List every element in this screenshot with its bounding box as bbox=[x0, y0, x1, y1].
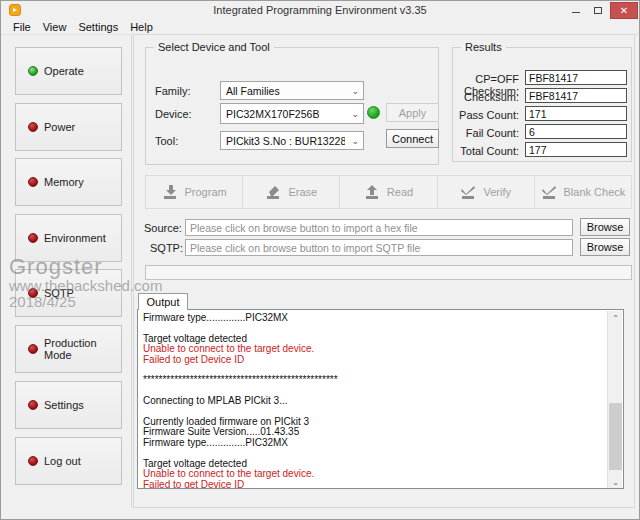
sqtp-input[interactable] bbox=[185, 239, 573, 256]
minimize-button[interactable] bbox=[567, 1, 585, 19]
connect-button-label: Connect bbox=[392, 133, 433, 145]
checksum-value: FBF81417 bbox=[525, 88, 627, 103]
connect-button[interactable]: Connect bbox=[386, 129, 439, 148]
sidebar-label: Environment bbox=[44, 232, 106, 244]
app-window: Integrated Programming Environment v3.35… bbox=[0, 0, 640, 520]
output-tab-label: Output bbox=[146, 296, 179, 308]
menu-view[interactable]: View bbox=[37, 21, 73, 33]
output-line-error: Failed to get Device ID bbox=[143, 355, 605, 365]
family-select[interactable]: All Families ⌄ bbox=[220, 81, 364, 100]
scroll-down-icon[interactable]: ⌄ bbox=[608, 475, 623, 489]
sidebar-label: Production Mode bbox=[44, 337, 121, 361]
maximize-icon bbox=[594, 7, 602, 14]
production-mode-led-icon bbox=[28, 344, 38, 354]
total-count-value: 177 bbox=[525, 142, 627, 157]
menu-help[interactable]: Help bbox=[124, 21, 159, 33]
settings-led-icon bbox=[28, 400, 38, 410]
power-led-icon bbox=[28, 122, 38, 132]
chevron-down-icon: ⌄ bbox=[351, 136, 359, 146]
family-value: All Families bbox=[226, 85, 280, 97]
sidebar-label: Memory bbox=[44, 176, 84, 188]
apply-button[interactable]: Apply bbox=[386, 103, 439, 122]
blank-check-label: Blank Check bbox=[564, 186, 626, 198]
verify-button[interactable]: Verify bbox=[438, 176, 535, 208]
total-count-label: Total Count: bbox=[460, 145, 519, 157]
tool-label: Tool: bbox=[155, 135, 178, 147]
tool-select[interactable]: PICkit3 S.No : BUR132284452 ⌄ bbox=[220, 131, 364, 150]
output-line: Firmware type..............PIC32MX bbox=[143, 438, 605, 448]
operate-led-icon bbox=[28, 66, 38, 76]
maximize-button[interactable] bbox=[589, 1, 607, 19]
output-scrollbar[interactable]: ⌃ ⌄ bbox=[607, 311, 622, 489]
apply-button-label: Apply bbox=[399, 107, 427, 119]
source-browse-button[interactable]: Browse bbox=[580, 218, 630, 236]
title-bar: Integrated Programming Environment v3.35… bbox=[1, 1, 639, 20]
browse-label: Browse bbox=[587, 221, 624, 233]
output-line-error: Failed to get Device ID bbox=[143, 480, 605, 490]
read-icon bbox=[364, 185, 380, 199]
sidebar-item-log-out[interactable]: Log out bbox=[15, 437, 122, 485]
output-line-error: Unable to connect to the target device. bbox=[143, 469, 605, 479]
verify-label: Verify bbox=[483, 186, 511, 198]
output-console[interactable]: Firmware type..............PIC32MX Targe… bbox=[137, 309, 624, 489]
sqtp-led-icon bbox=[28, 288, 38, 298]
sidebar-item-sqtp[interactable]: SQTP bbox=[15, 269, 122, 317]
menu-bar: File View Settings Help bbox=[1, 20, 639, 35]
chevron-down-icon: ⌄ bbox=[351, 86, 359, 96]
sidebar-item-environment[interactable]: Environment bbox=[15, 214, 122, 262]
checksum-label: Checksum: bbox=[464, 91, 519, 103]
blank-check-icon bbox=[541, 185, 557, 199]
output-line: Firmware type..............PIC32MX bbox=[143, 313, 605, 323]
output-line: Connecting to MPLAB PICkit 3... bbox=[143, 396, 605, 406]
close-button[interactable]: ✕ bbox=[610, 2, 638, 19]
chevron-down-icon: ⌄ bbox=[351, 109, 359, 119]
verify-icon bbox=[460, 185, 476, 199]
close-icon: ✕ bbox=[620, 6, 628, 16]
results-group: Results CP=OFF Checksum: FBF81417 Checks… bbox=[452, 47, 632, 162]
program-label: Program bbox=[185, 186, 227, 198]
blank-check-button[interactable]: Blank Check bbox=[535, 176, 631, 208]
window-title: Integrated Programming Environment v3.35 bbox=[1, 4, 639, 16]
program-icon bbox=[162, 185, 178, 199]
read-button[interactable]: Read bbox=[340, 176, 437, 208]
sidebar-divider bbox=[131, 35, 132, 508]
menu-file[interactable]: File bbox=[7, 21, 37, 33]
sidebar-item-settings[interactable]: Settings bbox=[15, 381, 122, 429]
minimize-icon bbox=[572, 12, 580, 13]
source-label: Source: bbox=[144, 222, 182, 234]
erase-icon bbox=[265, 185, 281, 199]
menu-settings[interactable]: Settings bbox=[72, 21, 124, 33]
sqtp-browse-button[interactable]: Browse bbox=[580, 238, 630, 256]
results-group-label: Results bbox=[461, 41, 506, 53]
pass-count-value: 171 bbox=[525, 106, 627, 121]
sidebar-item-power[interactable]: Power bbox=[15, 103, 122, 151]
fail-count-label: Fail Count: bbox=[466, 127, 519, 139]
sidebar-label: SQTP bbox=[44, 287, 74, 299]
sidebar-label: Power bbox=[44, 121, 75, 133]
memory-led-icon bbox=[28, 177, 38, 187]
log-out-led-icon bbox=[28, 456, 38, 466]
program-button[interactable]: Program bbox=[146, 176, 243, 208]
cp-off-checksum-value: FBF81417 bbox=[525, 70, 627, 85]
scrollbar-thumb[interactable] bbox=[609, 403, 622, 470]
tab-output[interactable]: Output bbox=[138, 293, 188, 310]
tool-value: PICkit3 S.No : BUR132284452 bbox=[226, 135, 345, 147]
erase-label: Erase bbox=[288, 186, 317, 198]
sidebar-label: Settings bbox=[44, 399, 84, 411]
sidebar-item-operate[interactable]: Operate bbox=[15, 47, 122, 95]
sidebar-item-memory[interactable]: Memory bbox=[15, 158, 122, 206]
device-select[interactable]: PIC32MX170F256B ⌄ bbox=[220, 103, 364, 124]
source-input[interactable] bbox=[185, 219, 573, 236]
sidebar-label: Operate bbox=[44, 65, 84, 77]
environment-led-icon bbox=[28, 233, 38, 243]
erase-button[interactable]: Erase bbox=[243, 176, 340, 208]
family-label: Family: bbox=[155, 85, 190, 97]
progress-bar bbox=[145, 265, 632, 280]
device-tool-group-label: Select Device and Tool bbox=[154, 41, 274, 53]
output-line: ****************************************… bbox=[143, 375, 605, 385]
sidebar-item-production-mode[interactable]: Production Mode bbox=[15, 325, 122, 373]
scroll-up-icon[interactable]: ⌃ bbox=[608, 311, 623, 325]
sqtp-label: SQTP: bbox=[150, 242, 183, 254]
fail-count-value: 6 bbox=[525, 124, 627, 139]
device-status-led-icon bbox=[367, 106, 380, 119]
